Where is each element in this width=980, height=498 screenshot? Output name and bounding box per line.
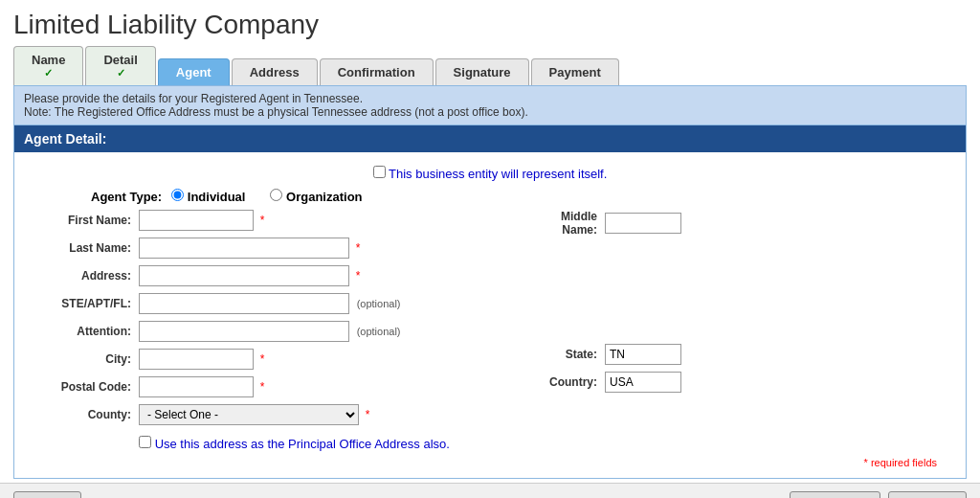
tab-name-label: Name bbox=[32, 53, 65, 67]
continue-button[interactable]: Continue bbox=[790, 491, 880, 498]
right-spacer bbox=[490, 243, 947, 344]
tab-signature[interactable]: Signature bbox=[435, 58, 529, 85]
country-input[interactable] bbox=[605, 372, 681, 393]
tab-confirmation-label: Confirmation bbox=[338, 65, 415, 79]
principal-row: Use this address as the Principal Office… bbox=[33, 432, 490, 453]
postal-code-required: * bbox=[260, 380, 265, 394]
page-title: Limited Liability Company bbox=[0, 0, 980, 46]
form-container: Agent Detail: This business entity will … bbox=[13, 125, 967, 479]
tab-address[interactable]: Address bbox=[232, 58, 318, 85]
county-row: County: - Select One - * bbox=[33, 404, 490, 425]
postal-code-input-wrap: * bbox=[139, 376, 264, 397]
tab-detail-label: Detail bbox=[103, 53, 137, 67]
form-left: First Name: * Last Name: * Add bbox=[33, 210, 490, 453]
form-right: Middle Name: State: Country: bbox=[490, 210, 947, 453]
tab-name-check: ✓ bbox=[32, 67, 65, 79]
info-bar: Please provide the details for your Regi… bbox=[13, 85, 967, 125]
self-represent-checkbox[interactable] bbox=[373, 166, 386, 178]
self-represent-row: This business entity will represent itse… bbox=[33, 162, 947, 187]
country-row: Country: bbox=[490, 372, 947, 393]
last-name-input-wrap: * bbox=[139, 238, 360, 259]
postal-code-row: Postal Code: * bbox=[33, 376, 490, 397]
address-row: Address: * bbox=[33, 265, 490, 286]
last-name-label: Last Name: bbox=[33, 241, 139, 255]
principal-checkbox[interactable] bbox=[139, 436, 151, 448]
tab-detail[interactable]: Detail ✓ bbox=[85, 46, 155, 85]
county-input-wrap: - Select One - * bbox=[139, 404, 369, 425]
first-name-row: First Name: * bbox=[33, 210, 490, 231]
address-input-wrap: * bbox=[139, 265, 360, 286]
agent-type-organization-label[interactable]: Organization bbox=[270, 189, 371, 204]
state-label: State: bbox=[528, 348, 605, 361]
city-row: City: * bbox=[33, 349, 490, 370]
attention-label: Attention: bbox=[33, 325, 139, 338]
postal-code-input[interactable] bbox=[139, 376, 254, 397]
tabs-row: Name ✓ Detail ✓ Agent Address Confirmati… bbox=[0, 46, 980, 85]
city-input[interactable] bbox=[139, 349, 254, 370]
attention-row: Attention: (optional) bbox=[33, 321, 490, 342]
tab-payment[interactable]: Payment bbox=[531, 58, 619, 85]
ste-apt-optional: (optional) bbox=[357, 298, 401, 309]
tab-confirmation[interactable]: Confirmation bbox=[320, 58, 434, 85]
middle-name-input[interactable] bbox=[605, 213, 681, 234]
ste-apt-label: STE/APT/FL: bbox=[33, 297, 139, 310]
form-grid: First Name: * Last Name: * Add bbox=[33, 210, 947, 453]
form-body: This business entity will represent itse… bbox=[14, 152, 966, 478]
right-buttons: Continue Cancel bbox=[790, 491, 967, 498]
tab-agent[interactable]: Agent bbox=[158, 58, 230, 85]
info-line2: Note: The Registered Office Address must… bbox=[24, 105, 956, 119]
agent-type-row: Agent Type: Individual Organization bbox=[33, 187, 947, 210]
middle-name-label: Middle Name: bbox=[528, 210, 605, 237]
city-label: City: bbox=[33, 352, 139, 366]
agent-type-label: Agent Type: bbox=[91, 190, 162, 204]
county-required: * bbox=[366, 408, 370, 421]
city-required: * bbox=[260, 352, 265, 366]
tab-agent-label: Agent bbox=[176, 65, 212, 79]
first-name-input[interactable] bbox=[139, 210, 254, 231]
attention-input-wrap: (optional) bbox=[139, 321, 400, 342]
country-label: Country: bbox=[528, 375, 605, 389]
tab-signature-label: Signature bbox=[454, 65, 511, 79]
state-input[interactable] bbox=[605, 344, 681, 365]
address-label: Address: bbox=[33, 269, 139, 283]
required-note: * required fields bbox=[33, 453, 947, 474]
middle-name-row: Middle Name: bbox=[490, 210, 947, 237]
last-name-input[interactable] bbox=[139, 238, 349, 259]
tab-detail-check: ✓ bbox=[103, 67, 137, 79]
county-select[interactable]: - Select One - bbox=[139, 404, 359, 425]
ste-apt-row: STE/APT/FL: (optional) bbox=[33, 293, 490, 314]
principal-label[interactable]: Use this address as the Principal Office… bbox=[139, 437, 450, 451]
county-label: County: bbox=[33, 408, 139, 421]
city-input-wrap: * bbox=[139, 349, 264, 370]
form-header: Agent Detail: bbox=[14, 125, 966, 152]
self-represent-label[interactable]: This business entity will represent itse… bbox=[373, 167, 608, 181]
address-input[interactable] bbox=[139, 265, 349, 286]
agent-type-individual-radio[interactable] bbox=[171, 189, 184, 201]
ste-apt-input[interactable] bbox=[139, 293, 349, 314]
tab-name[interactable]: Name ✓ bbox=[13, 46, 83, 85]
first-name-required: * bbox=[260, 214, 265, 227]
bottom-bar: Back Continue Cancel bbox=[0, 483, 980, 498]
first-name-label: First Name: bbox=[33, 214, 139, 227]
cancel-button[interactable]: Cancel bbox=[888, 491, 967, 498]
back-button[interactable]: Back bbox=[13, 491, 81, 498]
agent-type-individual-label[interactable]: Individual bbox=[171, 189, 255, 204]
postal-code-label: Postal Code: bbox=[33, 380, 139, 394]
tab-payment-label: Payment bbox=[549, 65, 601, 79]
agent-type-organization-radio[interactable] bbox=[270, 189, 282, 201]
last-name-required: * bbox=[356, 241, 361, 255]
tab-address-label: Address bbox=[250, 65, 300, 79]
state-row: State: bbox=[490, 344, 947, 365]
last-name-row: Last Name: * bbox=[33, 238, 490, 259]
ste-apt-input-wrap: (optional) bbox=[139, 293, 400, 314]
first-name-input-wrap: * bbox=[139, 210, 264, 231]
attention-optional: (optional) bbox=[357, 326, 401, 337]
address-required: * bbox=[356, 269, 361, 283]
attention-input[interactable] bbox=[139, 321, 349, 342]
info-line1: Please provide the details for your Regi… bbox=[24, 92, 956, 105]
